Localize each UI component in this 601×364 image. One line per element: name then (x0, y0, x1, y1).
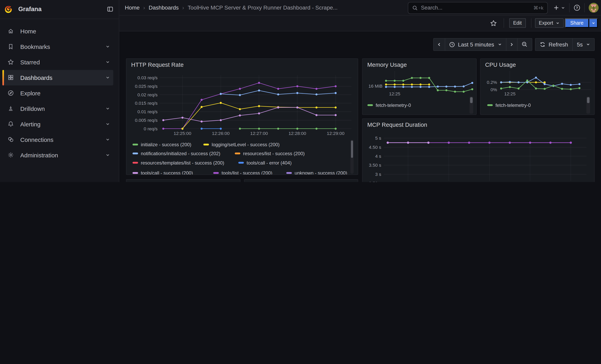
chevron-right-icon (509, 42, 514, 47)
star-icon (8, 59, 14, 65)
svg-text:tools/call - success (200): tools/call - success (200) (141, 170, 193, 174)
panel-total: Total Request Rate0.0875 (126, 179, 240, 182)
zoom-out-icon (521, 41, 528, 48)
brand-title: Grafana (18, 6, 107, 13)
chevron-down-icon (105, 137, 110, 142)
breadcrumb: Home › Dashboards › ToolHive MCP Server … (125, 4, 338, 11)
svg-text:logging/setLevel - success (20: logging/setLevel - success (200) (212, 142, 280, 147)
total-chart (126, 180, 240, 182)
sidebar-item-label: Drilldown (20, 105, 105, 112)
error-chart (244, 180, 358, 182)
panel-error: Error Rate0% (244, 179, 358, 182)
time-controls: Last 5 minutes Refresh (433, 38, 595, 51)
svg-text:0.005 req/s: 0.005 req/s (135, 118, 158, 123)
share-button[interactable]: Share (565, 19, 589, 28)
sidebar-item-bookmarks[interactable]: Bookmarks (2, 39, 113, 54)
chevron-down-icon (105, 153, 110, 157)
svg-text:0.03 req/s: 0.03 req/s (137, 75, 158, 80)
grafana-app: Grafana Home Bookmarks Starred Dashboard… (0, 0, 601, 182)
svg-text:resources/templates/list - suc: resources/templates/list - success (200) (141, 160, 224, 165)
sidebar-item-label: Connections (20, 136, 105, 143)
time-range-picker[interactable]: Last 5 minutes (445, 39, 506, 50)
svg-text:fetch-telemetry-0: fetch-telemetry-0 (376, 103, 411, 108)
refresh-button[interactable]: Refresh (535, 39, 572, 50)
clock-icon (449, 41, 455, 47)
chevron-down-icon (105, 59, 110, 64)
breadcrumb-separator: › (182, 4, 184, 11)
svg-text:0.015 req/s: 0.015 req/s (135, 100, 158, 106)
panel-memory: Memory Usage16 MiB12:25fetch-telemetry-0 (362, 58, 476, 115)
breadcrumb-separator: › (143, 4, 145, 11)
topbar-actions: Search... ⌘+k ? (408, 0, 599, 16)
chevron-left-icon (437, 42, 442, 47)
svg-text:12:25:00: 12:25:00 (174, 130, 191, 136)
svg-text:0 req/s: 0 req/s (144, 126, 158, 131)
time-back-button[interactable] (434, 39, 445, 50)
time-forward-button[interactable] (506, 39, 517, 50)
cpu-chart: 0.2%0%12:25fetch-telemetry-0 (480, 59, 594, 114)
svg-text:12:25: 12:25 (504, 91, 515, 96)
avatar[interactable] (589, 3, 599, 13)
sidebar-item-administration[interactable]: Administration (2, 147, 113, 163)
svg-text:12:28:00: 12:28:00 (289, 130, 306, 136)
sidebar-item-alerting[interactable]: Alerting (2, 116, 113, 132)
zoom-out-button[interactable] (517, 39, 532, 50)
edit-button[interactable]: Edit (509, 19, 526, 28)
chevron-down-icon (561, 6, 565, 10)
svg-text:0.2%: 0.2% (487, 79, 497, 85)
home-icon (8, 28, 14, 34)
refresh-interval-picker[interactable]: 5s (572, 39, 594, 50)
svg-text:4.50 s: 4.50 s (369, 144, 381, 150)
sidebar-item-label: Home (20, 28, 113, 34)
sidebar-header: Grafana (0, 0, 119, 19)
compass-icon (8, 90, 14, 96)
panel-http: HTTP Request Rate0.03 req/s0.025 req/s0.… (126, 58, 358, 175)
connections-icon (8, 136, 14, 143)
breadcrumb-dashboards[interactable]: Dashboards (149, 4, 179, 11)
svg-text:12:27:00: 12:27:00 (250, 130, 268, 136)
drilldown-icon (8, 105, 14, 112)
export-button[interactable]: Export (535, 19, 563, 28)
svg-text:?: ? (576, 6, 578, 10)
svg-text:12:26:00: 12:26:00 (212, 130, 230, 136)
share-split-button: Share (565, 19, 598, 28)
sidebar-item-label: Dashboards (20, 74, 105, 81)
dashboard-canvas: Last 5 minutes Refresh (119, 31, 601, 182)
share-menu-button[interactable] (589, 19, 598, 28)
breadcrumb-home[interactable]: Home (125, 4, 140, 11)
search-input[interactable]: Search... ⌘+k (408, 2, 548, 14)
sidebar-item-label: Administration (20, 152, 105, 158)
svg-text:fetch-telemetry-0: fetch-telemetry-0 (495, 103, 531, 108)
gear-icon (8, 152, 14, 158)
help-icon: ? (574, 4, 580, 11)
help-button[interactable]: ? (574, 4, 580, 11)
add-button[interactable] (553, 5, 565, 11)
refresh-interval-label: 5s (577, 41, 583, 48)
dock-sidebar-icon[interactable] (107, 6, 113, 12)
svg-text:16 MiB: 16 MiB (369, 83, 383, 89)
svg-text:resources/list - success (200): resources/list - success (200) (243, 151, 305, 156)
sidebar-item-connections[interactable]: Connections (2, 132, 113, 147)
sidebar-item-explore[interactable]: Explore (2, 85, 113, 101)
chevron-down-icon (105, 75, 110, 80)
favorite-star-icon[interactable] (490, 20, 497, 27)
sidebar-item-dashboards[interactable]: Dashboards (2, 70, 113, 85)
divider (584, 3, 585, 12)
divider (531, 19, 531, 28)
refresh-group: Refresh 5s (535, 38, 595, 51)
time-range-group: Last 5 minutes (433, 38, 532, 51)
grafana-logo (4, 5, 12, 13)
sidebar-item-home[interactable]: Home (2, 23, 113, 39)
panel-duration: MCP Request Duration5 s4.50 s4 s3.50 s3 … (362, 118, 595, 182)
svg-text:notifications/initialized - su: notifications/initialized - success (202… (141, 151, 220, 156)
search-icon (412, 5, 418, 10)
bell-icon (8, 121, 14, 127)
chevron-down-icon (105, 122, 110, 126)
svg-text:2.50 s: 2.50 s (369, 180, 381, 182)
svg-text:5 s: 5 s (375, 135, 381, 140)
sidebar-item-label: Explore (20, 90, 113, 96)
sidebar-item-starred[interactable]: Starred (2, 54, 113, 70)
svg-text:4 s: 4 s (375, 153, 381, 158)
sidebar-item-drilldown[interactable]: Drilldown (2, 101, 113, 116)
memory-chart: 16 MiB12:25fetch-telemetry-0 (362, 59, 476, 114)
